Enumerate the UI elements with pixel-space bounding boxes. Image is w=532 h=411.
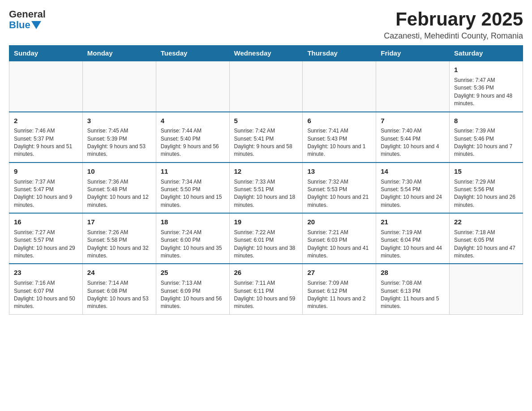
day-info: Sunrise: 7:40 AMSunset: 5:44 PMDaylight:… — [381, 127, 445, 158]
calendar-header: SundayMondayTuesdayWednesdayThursdayFrid… — [9, 46, 523, 61]
day-number: 26 — [234, 268, 298, 278]
day-info: Sunrise: 7:44 AMSunset: 5:40 PMDaylight:… — [161, 127, 225, 158]
day-info: Sunrise: 7:11 AMSunset: 6:11 PMDaylight:… — [234, 279, 298, 311]
day-number: 11 — [161, 167, 225, 176]
day-number: 4 — [161, 116, 225, 126]
day-number: 8 — [454, 116, 518, 126]
logo-general: General — [9, 9, 46, 20]
logo: General Blue — [9, 9, 46, 30]
calendar-cell: 28Sunrise: 7:08 AMSunset: 6:13 PMDayligh… — [376, 264, 450, 314]
day-number: 1 — [454, 65, 518, 75]
day-info: Sunrise: 7:22 AMSunset: 6:01 PMDaylight:… — [234, 229, 298, 260]
day-number: 2 — [14, 116, 78, 126]
calendar-cell: 22Sunrise: 7:18 AMSunset: 6:05 PMDayligh… — [450, 213, 523, 264]
calendar-cell: 8Sunrise: 7:39 AMSunset: 5:46 PMDaylight… — [450, 112, 523, 163]
calendar-cell — [229, 61, 303, 111]
svg-marker-0 — [31, 21, 41, 29]
calendar-cell: 12Sunrise: 7:33 AMSunset: 5:51 PMDayligh… — [229, 163, 303, 213]
day-info: Sunrise: 7:16 AMSunset: 6:07 PMDaylight:… — [14, 279, 78, 311]
day-info: Sunrise: 7:41 AMSunset: 5:43 PMDaylight:… — [307, 127, 371, 158]
day-header-saturday: Saturday — [450, 46, 523, 61]
week-row-3: 9Sunrise: 7:37 AMSunset: 5:47 PMDaylight… — [9, 163, 523, 213]
day-info: Sunrise: 7:39 AMSunset: 5:46 PMDaylight:… — [454, 127, 518, 158]
day-number: 9 — [14, 167, 78, 176]
day-info: Sunrise: 7:19 AMSunset: 6:04 PMDaylight:… — [381, 229, 445, 260]
calendar-cell: 6Sunrise: 7:41 AMSunset: 5:43 PMDaylight… — [303, 112, 376, 163]
title-block: February 2025 Cazanesti, Mehedinti Count… — [384, 9, 523, 41]
calendar-cell: 4Sunrise: 7:44 AMSunset: 5:40 PMDaylight… — [156, 112, 229, 163]
calendar-cell: 19Sunrise: 7:22 AMSunset: 6:01 PMDayligh… — [229, 213, 303, 264]
calendar-cell: 17Sunrise: 7:26 AMSunset: 5:58 PMDayligh… — [82, 213, 156, 264]
calendar-cell: 18Sunrise: 7:24 AMSunset: 6:00 PMDayligh… — [156, 213, 229, 264]
day-info: Sunrise: 7:09 AMSunset: 6:12 PMDaylight:… — [307, 279, 371, 311]
calendar-cell: 20Sunrise: 7:21 AMSunset: 6:03 PMDayligh… — [303, 213, 376, 264]
day-info: Sunrise: 7:27 AMSunset: 5:57 PMDaylight:… — [14, 229, 78, 260]
calendar-cell — [376, 61, 450, 111]
calendar-table: SundayMondayTuesdayWednesdayThursdayFrid… — [9, 45, 523, 315]
day-number: 15 — [454, 167, 518, 176]
calendar-cell — [156, 61, 229, 111]
location-subtitle: Cazanesti, Mehedinti County, Romania — [384, 31, 523, 41]
day-info: Sunrise: 7:46 AMSunset: 5:37 PMDaylight:… — [14, 127, 78, 158]
calendar-cell: 7Sunrise: 7:40 AMSunset: 5:44 PMDaylight… — [376, 112, 450, 163]
day-info: Sunrise: 7:29 AMSunset: 5:56 PMDaylight:… — [454, 178, 518, 210]
day-header-sunday: Sunday — [9, 46, 83, 61]
day-info: Sunrise: 7:08 AMSunset: 6:13 PMDaylight:… — [381, 279, 445, 311]
day-number: 6 — [307, 116, 371, 126]
calendar-cell: 11Sunrise: 7:34 AMSunset: 5:50 PMDayligh… — [156, 163, 229, 213]
day-info: Sunrise: 7:14 AMSunset: 6:08 PMDaylight:… — [87, 279, 151, 311]
day-headers-row: SundayMondayTuesdayWednesdayThursdayFrid… — [9, 46, 523, 61]
calendar-cell: 27Sunrise: 7:09 AMSunset: 6:12 PMDayligh… — [303, 264, 376, 314]
calendar-cell: 10Sunrise: 7:36 AMSunset: 5:48 PMDayligh… — [82, 163, 156, 213]
day-number: 18 — [161, 217, 225, 227]
week-row-1: 1Sunrise: 7:47 AMSunset: 5:36 PMDaylight… — [9, 61, 523, 111]
day-info: Sunrise: 7:18 AMSunset: 6:05 PMDaylight:… — [454, 229, 518, 260]
day-header-wednesday: Wednesday — [229, 46, 303, 61]
day-info: Sunrise: 7:33 AMSunset: 5:51 PMDaylight:… — [234, 178, 298, 210]
day-number: 24 — [87, 268, 151, 278]
day-info: Sunrise: 7:24 AMSunset: 6:00 PMDaylight:… — [161, 229, 225, 260]
day-number: 3 — [87, 116, 151, 126]
day-number: 25 — [161, 268, 225, 278]
day-number: 19 — [234, 217, 298, 227]
day-info: Sunrise: 7:36 AMSunset: 5:48 PMDaylight:… — [87, 178, 151, 210]
calendar-cell: 2Sunrise: 7:46 AMSunset: 5:37 PMDaylight… — [9, 112, 83, 163]
day-number: 13 — [307, 167, 371, 176]
day-number: 14 — [381, 167, 445, 176]
calendar-cell — [82, 61, 156, 111]
calendar-cell — [9, 61, 83, 111]
calendar-cell: 21Sunrise: 7:19 AMSunset: 6:04 PMDayligh… — [376, 213, 450, 264]
month-title: February 2025 — [384, 9, 523, 30]
calendar-cell — [450, 264, 523, 314]
day-number: 28 — [381, 268, 445, 278]
week-row-2: 2Sunrise: 7:46 AMSunset: 5:37 PMDaylight… — [9, 112, 523, 163]
calendar-cell: 3Sunrise: 7:45 AMSunset: 5:39 PMDaylight… — [82, 112, 156, 163]
calendar-cell: 14Sunrise: 7:30 AMSunset: 5:54 PMDayligh… — [376, 163, 450, 213]
day-number: 20 — [307, 217, 371, 227]
day-info: Sunrise: 7:45 AMSunset: 5:39 PMDaylight:… — [87, 127, 151, 158]
calendar-cell: 9Sunrise: 7:37 AMSunset: 5:47 PMDaylight… — [9, 163, 83, 213]
logo-triangle-icon — [31, 21, 41, 29]
day-number: 22 — [454, 217, 518, 227]
calendar-cell: 5Sunrise: 7:42 AMSunset: 5:41 PMDaylight… — [229, 112, 303, 163]
page-header: General Blue February 2025 Cazanesti, Me… — [9, 9, 523, 41]
day-info: Sunrise: 7:13 AMSunset: 6:09 PMDaylight:… — [161, 279, 225, 311]
day-number: 10 — [87, 167, 151, 176]
calendar-cell: 16Sunrise: 7:27 AMSunset: 5:57 PMDayligh… — [9, 213, 83, 264]
day-number: 16 — [14, 217, 78, 227]
day-header-tuesday: Tuesday — [156, 46, 229, 61]
day-info: Sunrise: 7:42 AMSunset: 5:41 PMDaylight:… — [234, 127, 298, 158]
day-info: Sunrise: 7:21 AMSunset: 6:03 PMDaylight:… — [307, 229, 371, 260]
day-header-thursday: Thursday — [303, 46, 376, 61]
day-number: 23 — [14, 268, 78, 278]
day-info: Sunrise: 7:30 AMSunset: 5:54 PMDaylight:… — [381, 178, 445, 210]
logo-blue: Blue — [9, 20, 30, 30]
day-info: Sunrise: 7:47 AMSunset: 5:36 PMDaylight:… — [454, 77, 518, 108]
calendar-cell: 13Sunrise: 7:32 AMSunset: 5:53 PMDayligh… — [303, 163, 376, 213]
day-info: Sunrise: 7:32 AMSunset: 5:53 PMDaylight:… — [307, 178, 371, 210]
day-info: Sunrise: 7:37 AMSunset: 5:47 PMDaylight:… — [14, 178, 78, 210]
week-row-4: 16Sunrise: 7:27 AMSunset: 5:57 PMDayligh… — [9, 213, 523, 264]
week-row-5: 23Sunrise: 7:16 AMSunset: 6:07 PMDayligh… — [9, 264, 523, 314]
calendar-body: 1Sunrise: 7:47 AMSunset: 5:36 PMDaylight… — [9, 61, 523, 314]
calendar-cell — [303, 61, 376, 111]
